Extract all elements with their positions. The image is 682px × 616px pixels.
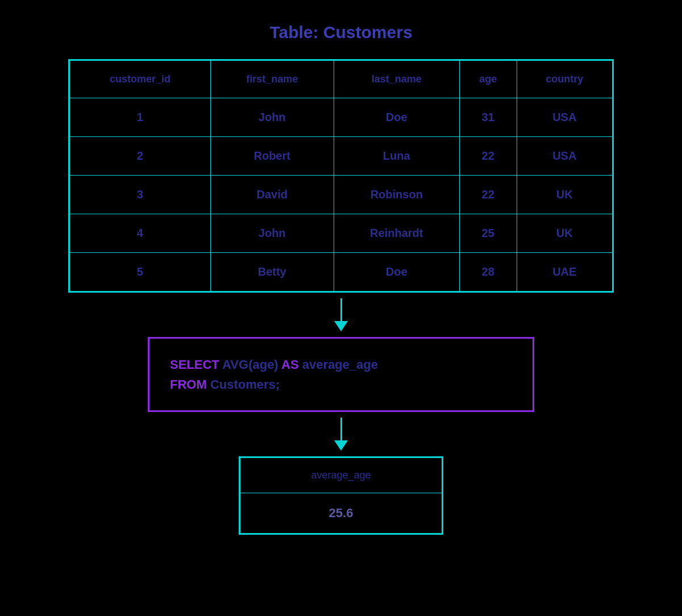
arrow-1 xyxy=(334,298,348,331)
cell-first_name: Robert xyxy=(210,137,334,176)
cell-first_name: John xyxy=(210,98,334,137)
cell-age: 22 xyxy=(459,137,517,176)
sql-keyword-from: FROM xyxy=(170,377,207,392)
sql-keyword-as: AS xyxy=(281,357,299,372)
table-header-row: customer_id first_name last_name age cou… xyxy=(70,61,613,98)
cell-age: 28 xyxy=(459,253,517,292)
table-row: 1JohnDoe31USA xyxy=(70,98,613,137)
cell-first_name: David xyxy=(210,176,334,214)
cell-last_name: Robinson xyxy=(334,176,459,214)
sql-avg-part: AVG(age) xyxy=(219,357,281,372)
col-customer-id: customer_id xyxy=(70,61,211,98)
page-title: Table: Customers xyxy=(269,23,412,42)
cell-last_name: Doe xyxy=(334,98,459,137)
cell-last_name: Reinhardt xyxy=(334,214,459,253)
arrow-head-1 xyxy=(334,321,348,331)
result-table-wrapper: average_age 25.6 xyxy=(239,456,443,535)
col-last-name: last_name xyxy=(334,61,459,98)
cell-first_name: John xyxy=(210,214,334,253)
result-value: 25.6 xyxy=(240,493,442,534)
result-col-average-age: average_age xyxy=(240,458,442,493)
sql-box: SELECT AVG(age) AS average_ageFROM Custo… xyxy=(148,337,534,412)
sql-text: SELECT AVG(age) AS average_ageFROM Custo… xyxy=(170,355,512,394)
result-data-row: 25.6 xyxy=(240,493,442,534)
col-age: age xyxy=(459,61,517,98)
table-row: 2RobertLuna22USA xyxy=(70,137,613,176)
customers-table: customer_id first_name last_name age cou… xyxy=(69,60,613,292)
cell-customer_id: 3 xyxy=(70,176,211,214)
sql-alias-part: average_age xyxy=(299,357,378,372)
cell-age: 22 xyxy=(459,176,517,214)
cell-country: UK xyxy=(517,176,612,214)
col-first-name: first_name xyxy=(210,61,334,98)
cell-last_name: Doe xyxy=(334,253,459,292)
cell-country: UK xyxy=(517,214,612,253)
arrow-head-2 xyxy=(334,440,348,451)
cell-first_name: Betty xyxy=(210,253,334,292)
table-row: 3DavidRobinson22UK xyxy=(70,176,613,214)
cell-customer_id: 4 xyxy=(70,214,211,253)
table-row: 4JohnReinhardt25UK xyxy=(70,214,613,253)
col-country: country xyxy=(517,61,612,98)
result-header-row: average_age xyxy=(240,458,442,493)
cell-customer_id: 5 xyxy=(70,253,211,292)
arrow-2 xyxy=(334,418,348,451)
table-row: 5BettyDoe28UAE xyxy=(70,253,613,292)
cell-customer_id: 2 xyxy=(70,137,211,176)
cell-country: USA xyxy=(517,98,612,137)
arrow-line-1 xyxy=(340,298,342,321)
sql-from-part: Customers; xyxy=(207,377,280,392)
cell-last_name: Luna xyxy=(334,137,459,176)
customers-table-wrapper: customer_id first_name last_name age cou… xyxy=(68,59,614,293)
cell-age: 31 xyxy=(459,98,517,137)
cell-country: USA xyxy=(517,137,612,176)
main-container: Table: Customers customer_id first_name … xyxy=(0,23,682,535)
result-table: average_age 25.6 xyxy=(240,457,442,534)
cell-customer_id: 1 xyxy=(70,98,211,137)
cell-age: 25 xyxy=(459,214,517,253)
sql-keyword-select: SELECT xyxy=(170,357,219,372)
cell-country: UAE xyxy=(517,253,612,292)
arrow-line-2 xyxy=(340,418,342,440)
